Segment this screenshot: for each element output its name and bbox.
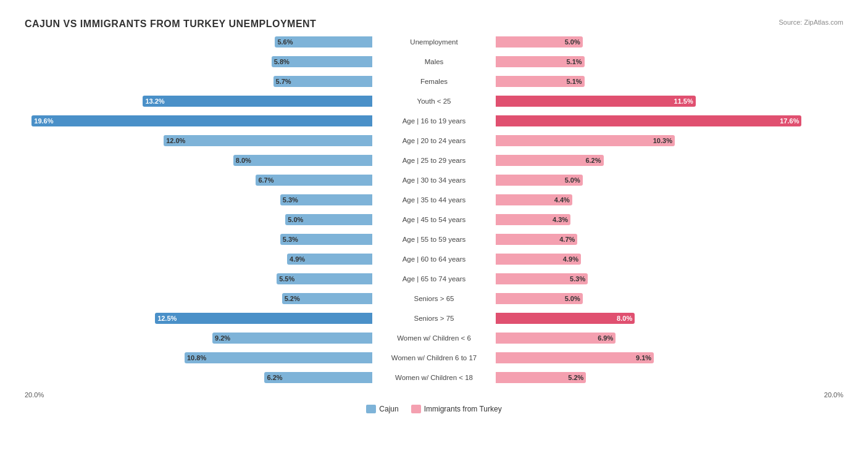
right-area: 11.5%: [496, 93, 843, 110]
left-area: 4.9%: [25, 250, 372, 268]
chart-row: 13.2% Youth < 25 11.5%: [25, 93, 843, 110]
bar-left-value: 5.0%: [288, 216, 303, 223]
chart-container: CAJUN VS IMMIGRANTS FROM TURKEY UNEMPLOY…: [12, 12, 856, 426]
left-area: 5.3%: [25, 191, 372, 209]
bar-right: 10.3%: [496, 135, 675, 146]
right-area: 4.4%: [496, 191, 843, 209]
left-area: 5.8%: [25, 53, 372, 70]
chart-row: 9.2% Women w/ Children < 6 6.9%: [25, 329, 843, 347]
right-area: 5.3%: [496, 270, 843, 287]
bar-left-wrap: 5.7%: [25, 76, 372, 87]
right-area: 9.1%: [496, 349, 843, 366]
chart-title: CAJUN VS IMMIGRANTS FROM TURKEY UNEMPLOY…: [25, 19, 316, 30]
left-area: 6.7%: [25, 172, 372, 189]
right-area: 5.1%: [496, 53, 843, 70]
legend-turkey-label: Immigrants from Turkey: [424, 405, 502, 413]
bar-left: 4.9%: [287, 254, 372, 265]
chart-row: 6.2% Women w/ Children < 18 5.2%: [25, 369, 843, 386]
bar-right-value: 5.2%: [568, 374, 583, 381]
bar-left-value: 5.8%: [274, 58, 290, 65]
bar-left: 12.0%: [164, 135, 372, 146]
left-area: 5.7%: [25, 73, 372, 90]
bar-right-value: 5.3%: [570, 275, 585, 283]
row-label: Youth < 25: [372, 97, 496, 105]
row-label: Seniors > 75: [372, 315, 496, 322]
bar-left-wrap: 5.3%: [25, 234, 372, 245]
left-area: 5.0%: [25, 211, 372, 228]
bar-left: 10.8%: [185, 352, 372, 363]
bar-left: 5.8%: [272, 56, 372, 67]
right-area: 5.2%: [496, 369, 843, 386]
row-label: Women w/ Children < 6: [372, 334, 496, 342]
bar-left-value: 13.2%: [145, 97, 164, 105]
row-label: Women w/ Children < 18: [372, 374, 496, 381]
bar-right-value: 5.1%: [566, 58, 582, 65]
right-area: 5.1%: [496, 73, 843, 90]
bar-right-wrap: 5.0%: [496, 293, 843, 304]
legend-cajun: Cajun: [366, 405, 398, 413]
left-area: 12.0%: [25, 132, 372, 149]
row-label: Females: [372, 78, 496, 85]
bar-right: 5.0%: [496, 175, 583, 186]
row-label: Age | 60 to 64 years: [372, 255, 496, 263]
bar-right-value: 5.1%: [566, 78, 582, 85]
chart-row: 5.0% Age | 45 to 54 years 4.3%: [25, 211, 843, 228]
bar-left-value: 6.2%: [267, 374, 282, 381]
left-area: 6.2%: [25, 369, 372, 386]
chart-row: 6.7% Age | 30 to 34 years 5.0%: [25, 172, 843, 189]
bar-left-wrap: 5.8%: [25, 56, 372, 67]
right-area: 8.0%: [496, 310, 843, 327]
bar-right: 5.2%: [496, 372, 586, 383]
row-label: Age | 45 to 54 years: [372, 216, 496, 223]
chart-source: Source: ZipAtlas.com: [778, 19, 843, 26]
bar-right-value: 5.0%: [565, 38, 580, 46]
bar-right-wrap: 17.6%: [496, 115, 843, 126]
bar-right-value: 8.0%: [617, 315, 632, 322]
axis-left-label: 20.0%: [25, 391, 44, 399]
bar-right-wrap: 4.9%: [496, 254, 843, 265]
bar-right-wrap: 10.3%: [496, 135, 843, 146]
bar-right: 4.3%: [496, 214, 570, 225]
bar-right: 5.1%: [496, 76, 585, 87]
bar-right-wrap: 5.0%: [496, 175, 843, 186]
bar-left-wrap: 12.5%: [25, 313, 372, 324]
left-area: 5.3%: [25, 231, 372, 248]
bar-left-wrap: 5.3%: [25, 194, 372, 205]
right-area: 5.0%: [496, 33, 843, 51]
bar-right: 5.0%: [496, 36, 583, 48]
chart-row: 5.3% Age | 55 to 59 years 4.7%: [25, 231, 843, 248]
bar-left: 5.5%: [277, 273, 372, 284]
chart-row: 4.9% Age | 60 to 64 years 4.9%: [25, 250, 843, 268]
bar-right: 9.1%: [496, 352, 654, 363]
chart-row: 12.0% Age | 20 to 24 years 10.3%: [25, 132, 843, 149]
legend: Cajun Immigrants from Turkey: [25, 405, 843, 413]
bar-left-wrap: 5.2%: [25, 293, 372, 304]
bar-left: 5.0%: [285, 214, 372, 225]
bar-left-value: 5.3%: [283, 236, 298, 243]
row-label: Seniors > 65: [372, 295, 496, 302]
left-area: 5.5%: [25, 270, 372, 287]
right-area: 10.3%: [496, 132, 843, 149]
bar-left-wrap: 8.0%: [25, 155, 372, 166]
bar-right-wrap: 11.5%: [496, 96, 843, 107]
bar-left: 9.2%: [212, 333, 372, 344]
right-area: 4.7%: [496, 231, 843, 248]
bar-right: 5.3%: [496, 273, 588, 284]
right-area: 5.0%: [496, 290, 843, 307]
row-label: Age | 35 to 44 years: [372, 196, 496, 204]
bar-left-wrap: 4.9%: [25, 254, 372, 265]
bar-right: 5.0%: [496, 293, 583, 304]
bar-left-wrap: 9.2%: [25, 333, 372, 344]
bar-left-wrap: 13.2%: [25, 96, 372, 107]
bar-left-value: 8.0%: [236, 157, 251, 164]
bar-right-wrap: 5.1%: [496, 56, 843, 67]
bar-right-value: 11.5%: [674, 97, 693, 105]
bar-right-value: 17.6%: [780, 117, 799, 125]
bar-left-wrap: 6.7%: [25, 175, 372, 186]
left-area: 12.5%: [25, 310, 372, 327]
bar-right: 4.7%: [496, 234, 577, 245]
chart-row: 10.8% Women w/ Children 6 to 17 9.1%: [25, 349, 843, 366]
bar-left-wrap: 12.0%: [25, 135, 372, 146]
left-area: 8.0%: [25, 152, 372, 169]
left-area: 19.6%: [25, 112, 372, 130]
